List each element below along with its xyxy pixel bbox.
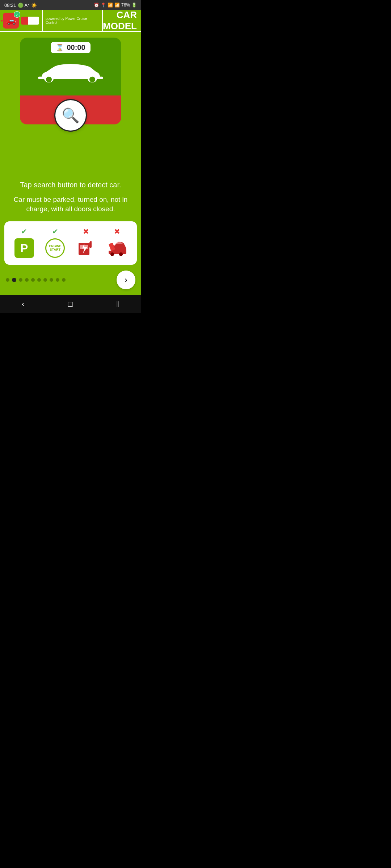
dot-1 — [12, 278, 16, 282]
timer-badge: ⌛ 00:00 — [51, 42, 90, 53]
home-button[interactable]: □ — [68, 299, 73, 309]
car-card: ⌛ 00:00 🔍 — [20, 38, 121, 124]
car-card-top: ⌛ 00:00 — [20, 38, 121, 95]
logo-pkc-area: ■ PKC — [21, 17, 39, 25]
logo-area: 🚗 ✓ ■ PKC — [0, 10, 43, 31]
charge-icon-box — [75, 237, 97, 259]
condition-door: ✖ — [106, 227, 128, 259]
next-button[interactable]: › — [117, 271, 135, 289]
status-bar: 08:21 🟢 Aˣ ☀️ ⏰ 📍 📶 📶 76% 🔋 — [0, 0, 141, 10]
svg-point-0 — [46, 77, 52, 82]
charging-icon — [76, 238, 96, 258]
logo-badge: ✓ — [14, 11, 20, 18]
engine-check-icon: ✔ — [52, 227, 58, 236]
dot-6 — [43, 278, 47, 282]
dot-9 — [62, 278, 66, 282]
battery-icon: 🔋 — [131, 3, 137, 8]
svg-rect-9 — [109, 243, 115, 251]
svg-point-8 — [119, 252, 123, 256]
condition-charge: ✖ — [75, 227, 97, 259]
door-check-icon: ✖ — [114, 227, 120, 236]
condition-parking: ✔ P — [13, 227, 35, 259]
parking-p-icon: P — [14, 238, 34, 258]
dot-3 — [25, 278, 29, 282]
timer-display: 00:00 — [67, 43, 85, 52]
svg-point-7 — [110, 252, 114, 256]
instruction-main: Tap search button to detect car. — [10, 181, 131, 189]
header: 🚗 ✓ ■ PKC powered by Power Cruise Contro… — [0, 10, 141, 32]
main-content: ⌛ 00:00 🔍 Tap search button to detect ca… — [0, 32, 141, 295]
logo-icon: 🚗 ✓ — [3, 13, 19, 29]
door-open-car-icon — [107, 238, 127, 258]
back-button[interactable]: ‹ — [22, 299, 24, 309]
engine-start-icon: ENGINESTART — [45, 238, 65, 258]
door-icon-box — [106, 237, 128, 259]
dot-5 — [37, 278, 41, 282]
dot-8 — [56, 278, 59, 282]
dot-4 — [31, 278, 35, 282]
dot-2 — [19, 278, 22, 282]
location-icon: 📍 — [101, 3, 106, 8]
status-time: 08:21 — [4, 3, 16, 8]
hourglass-icon: ⌛ — [56, 44, 64, 52]
search-button[interactable]: 🔍 — [54, 99, 87, 132]
signal-icon: 📶 — [114, 3, 120, 8]
svg-rect-5 — [90, 241, 92, 243]
condition-engine: ✔ ENGINESTART — [44, 227, 66, 259]
instruction-sub: Car must be parked, turned on, not in ch… — [10, 195, 131, 214]
charge-check-icon: ✖ — [83, 227, 89, 236]
engine-icon-box: ENGINESTART — [44, 237, 66, 259]
page-title: CAR MODEL — [103, 9, 141, 32]
alarm-icon: ⏰ — [94, 3, 99, 8]
wifi-icon: 📶 — [108, 3, 113, 8]
pkc-logo: ■ PKC — [21, 17, 39, 25]
car-silhouette — [34, 60, 107, 84]
status-time-area: 08:21 🟢 Aˣ ☀️ — [4, 3, 37, 8]
parking-icon-box: P — [13, 237, 35, 259]
status-icons: 🟢 Aˣ ☀️ — [18, 3, 37, 8]
parking-check-icon: ✔ — [21, 227, 27, 236]
status-right-area: ⏰ 📍 📶 📶 76% 🔋 — [94, 3, 137, 8]
pagination-dots — [6, 278, 66, 282]
pagination: › — [4, 271, 137, 289]
svg-point-1 — [89, 77, 95, 82]
svg-rect-4 — [89, 242, 92, 248]
instruction-area: Tap search button to detect car. Car mus… — [4, 157, 137, 221]
condition-card: ✔ P ✔ ENGINESTART ✖ — [4, 221, 137, 265]
dot-0 — [6, 278, 9, 282]
powered-by-text: powered by Power Cruise Control — [43, 10, 103, 31]
logo-car-icon: 🚗 — [6, 16, 16, 25]
next-arrow-icon: › — [125, 275, 127, 285]
nav-bar: ‹ □ ⦀ — [0, 295, 141, 313]
search-icon: 🔍 — [62, 107, 80, 124]
battery-level: 76% — [121, 3, 130, 8]
menu-button[interactable]: ⦀ — [116, 299, 119, 309]
dot-7 — [50, 278, 53, 282]
